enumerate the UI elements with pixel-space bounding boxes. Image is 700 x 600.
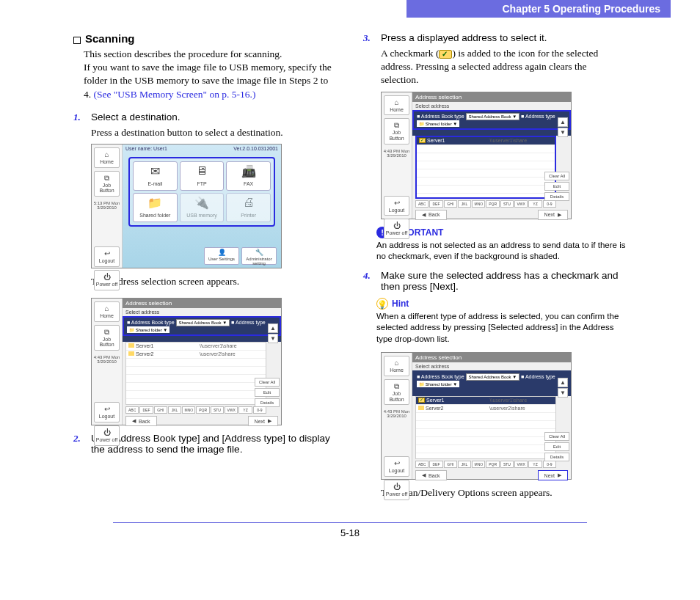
power-button[interactable]: ⏻Power off	[94, 425, 120, 446]
important-text: An address is not selected as an address…	[376, 240, 627, 263]
home-button[interactable]: ⌂Home	[384, 356, 409, 376]
back-button[interactable]: ◀ Back	[415, 470, 447, 480]
bullet-box-icon	[73, 37, 81, 44]
user-settings-button[interactable]: 👤User Settings	[204, 247, 239, 265]
next-button[interactable]: Next ▶	[538, 210, 568, 220]
printer-tile[interactable]: 🖨Printer	[226, 193, 271, 222]
table-row-selected[interactable]: Server1\\userver1\share	[417, 137, 555, 145]
alpha-filter: ABCDEFGHIJKLMNOPQRSTUVWXYZ0-9	[125, 406, 266, 414]
scroll-up[interactable]: ▲	[558, 117, 568, 127]
intro-line1: This section describes the procedure for…	[84, 48, 282, 59]
step1-caption: The address selection screen appears.	[91, 276, 337, 288]
details-button[interactable]: Details	[255, 398, 280, 407]
logout-button[interactable]: ↩Logout	[384, 196, 409, 216]
screenshot-address-selected: ⌂Home ⧉Job Button 4:43 PM Mon 3/29/2010 …	[381, 92, 572, 219]
home-button[interactable]: ⌂Home	[384, 95, 409, 116]
hint-text: When a different type of address is sele…	[376, 311, 627, 345]
logout-button[interactable]: ↩Logout	[384, 456, 409, 477]
fax-tile[interactable]: 📠FAX	[226, 161, 271, 191]
address-table: Server1\\userver1\share Server2\userver2…	[415, 396, 556, 459]
important-heading: ! IMPORTANT	[376, 227, 627, 238]
job-button[interactable]: ⧉Job Button	[94, 325, 120, 351]
power-button[interactable]: ⏻Power off	[94, 270, 120, 290]
address-table: Server1\\userver1\share	[415, 136, 556, 199]
time-display: 4:43 PM Mon 3/29/2010	[382, 408, 412, 420]
back-button[interactable]: ◀ Back	[125, 416, 157, 426]
email-tile[interactable]: ✉E-mail	[133, 161, 178, 191]
shared-folder-tile[interactable]: 📁Shared folder	[133, 193, 178, 222]
table-row-selected[interactable]: Server1\\userver1\share	[416, 397, 555, 405]
chapter-header: Chapter 5 Operating Procedures	[406, 0, 671, 18]
screen-title: Address selection	[123, 299, 281, 308]
step4-caption: The Scan/Delivery Options screen appears…	[381, 487, 627, 499]
clear-all-button[interactable]: Clear All	[255, 378, 280, 387]
checkmark-icon	[419, 138, 426, 143]
details-button[interactable]: Details	[544, 192, 569, 201]
scroll-up[interactable]: ▲	[268, 323, 278, 333]
job-button[interactable]: ⧉Job Button	[384, 379, 409, 405]
details-button[interactable]: Details	[544, 453, 569, 461]
subtitle: Select address	[123, 308, 281, 316]
admin-setting-button[interactable]: 🔧Administrator setting	[241, 247, 277, 265]
section-title: Scanning	[85, 32, 135, 45]
edit-button[interactable]: Edit	[255, 388, 280, 397]
scroll-up[interactable]: ▲	[558, 378, 568, 387]
screen-title: Address selection	[412, 353, 571, 362]
subtitle: Select address	[412, 362, 571, 370]
home-button[interactable]: ⌂Home	[94, 147, 120, 168]
step-3: 3. Press a displayed address to select i…	[363, 32, 627, 44]
address-book-type-dropdown[interactable]: Shared Address Book ▼	[176, 319, 230, 326]
step-number: 4.	[363, 270, 376, 292]
step3-body: A checkmark () is added to the icon for …	[381, 47, 627, 87]
job-button[interactable]: ⧉Job Button	[384, 118, 409, 144]
ftp-tile[interactable]: 🖥FTP	[180, 161, 225, 191]
time-display: 5:13 PM Mon 3/29/2010	[92, 200, 122, 211]
logout-button[interactable]: ↩Logout	[94, 402, 120, 422]
step-number: 2.	[73, 433, 87, 455]
table-row[interactable]: Server2\userver2\share	[416, 405, 555, 413]
logout-button[interactable]: ↩Logout	[94, 246, 120, 267]
step-heading: Press a displayed address to select it.	[381, 32, 547, 44]
destination-tiles: ✉E-mail 🖥FTP 📠FAX 📁Shared folder 🔌USB me…	[128, 157, 275, 227]
subtitle: Select address	[412, 102, 571, 110]
next-button[interactable]: Next ▶	[248, 416, 278, 426]
table-row[interactable]: Server1\\userver1\share	[126, 343, 266, 351]
address-type-dropdown[interactable]: 📁 Shared folder ▼	[417, 120, 459, 127]
address-type-dropdown[interactable]: 📁 Shared folder ▼	[127, 326, 169, 333]
hint-icon: 💡	[376, 298, 388, 310]
address-book-type-dropdown[interactable]: Shared Address Book ▼	[466, 113, 520, 120]
power-button[interactable]: ⏻Power off	[384, 480, 409, 500]
next-button[interactable]: Next ▶	[538, 470, 568, 480]
checkmark-icon	[418, 398, 425, 403]
back-button[interactable]: ◀ Back	[415, 210, 447, 220]
usb-tile[interactable]: 🔌USB memory	[180, 193, 225, 222]
intro-crossref-link[interactable]: (See "USB Memory Screen" on p. 5-16.)	[94, 89, 256, 100]
scroll-down[interactable]: ▼	[268, 334, 278, 343]
edit-button[interactable]: Edit	[544, 442, 569, 451]
home-button[interactable]: ⌂Home	[94, 301, 120, 322]
clear-all-button[interactable]: Clear All	[544, 432, 569, 441]
table-row[interactable]: Server2\userver2\share	[126, 351, 266, 359]
clear-all-button[interactable]: Clear All	[544, 172, 569, 180]
step-heading: Make sure the selected address has a che…	[381, 270, 627, 292]
screenshot-address-selection: ⌂Home ⧉Job Button 4:43 PM Mon 3/29/2010 …	[91, 298, 282, 425]
address-table: Server1\\userver1\share Server2\userver2…	[125, 342, 266, 405]
filter-row: ■ Address Book type Shared Address Book …	[412, 110, 571, 130]
step-body: Press a destination button to select a d…	[91, 126, 337, 139]
power-button[interactable]: ⏻Power off	[384, 219, 409, 239]
address-book-type-dropdown[interactable]: Shared Address Book ▼	[466, 373, 520, 381]
scroll-down[interactable]: ▼	[558, 388, 568, 398]
shot-sidebar: ⌂Home ⧉Job Button 5:13 PM Mon 3/29/2010 …	[92, 144, 123, 268]
section-heading: Scanning	[73, 32, 337, 45]
job-button[interactable]: ⧉Job Button	[94, 171, 120, 197]
step-heading: Select a destination.	[91, 111, 181, 123]
step-1: 1. Select a destination.	[73, 111, 337, 123]
screenshot-destination: ⌂Home ⧉Job Button 5:13 PM Mon 3/29/2010 …	[91, 144, 282, 268]
filter-row: ■ Address Book type Shared Address Book …	[412, 370, 571, 390]
time-display: 4:43 PM Mon 3/29/2010	[92, 354, 122, 365]
hint-heading: 💡 Hint	[376, 298, 627, 310]
address-type-dropdown[interactable]: 📁 Shared folder ▼	[417, 381, 459, 387]
edit-button[interactable]: Edit	[544, 182, 569, 191]
scroll-down[interactable]: ▼	[558, 128, 568, 137]
step-number: 3.	[363, 32, 376, 44]
